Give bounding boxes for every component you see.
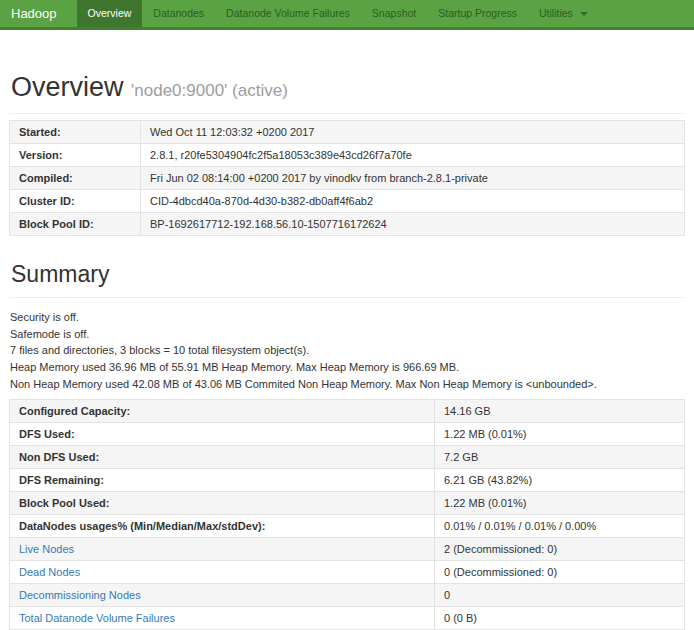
- table-row: Total Datanode Volume Failures 0 (0 B): [10, 607, 685, 630]
- row-label[interactable]: Live Nodes: [19, 543, 74, 555]
- table-row: Block Pool Used: 1.22 MB (0.01%): [10, 492, 685, 515]
- row-value: 7.2 GB: [435, 446, 685, 469]
- nav-item[interactable]: Datanodes: [142, 0, 215, 27]
- nav-item-label: Datanode Volume Failures: [226, 7, 350, 19]
- row-label[interactable]: Decommissioning Nodes: [19, 589, 141, 601]
- main-content: Overview 'node0:9000' (active) Started: …: [0, 72, 694, 630]
- row-label: DFS Used:: [19, 428, 75, 440]
- nav-item[interactable]: Overview: [77, 0, 143, 27]
- row-value: 0 (0 B): [435, 607, 685, 630]
- row-value: 2.8.1, r20fe5304904fc2f5a18053c389e43cd2…: [141, 144, 685, 167]
- row-value: Fri Jun 02 08:14:00 +0200 2017 by vinodk…: [141, 167, 685, 190]
- table-row: DFS Remaining: 6.21 GB (43.82%): [10, 469, 685, 492]
- hadoop-brand[interactable]: Hadoop: [0, 0, 71, 27]
- row-value: 14.16 GB: [435, 400, 685, 423]
- row-value: 2 (Decommissioned: 0): [435, 538, 685, 561]
- table-row: DFS Used: 1.22 MB (0.01%): [10, 423, 685, 446]
- summary-line: Security is off.: [10, 311, 685, 324]
- table-row: Decommissioning Nodes 0: [10, 584, 685, 607]
- overview-heading: Overview: [11, 72, 124, 102]
- row-label: Configured Capacity:: [19, 405, 130, 417]
- table-row: Block Pool ID: BP-1692617712-192.168.56.…: [10, 213, 685, 236]
- row-label: Cluster ID:: [10, 190, 141, 213]
- row-value: CID-4dbcd40a-870d-4d30-b382-db0aff4f6ab2: [141, 190, 685, 213]
- summary-line: Heap Memory used 36.96 MB of 55.91 MB He…: [10, 361, 685, 374]
- row-value: 0: [435, 584, 685, 607]
- table-row: Live Nodes 2 (Decommissioned: 0): [10, 538, 685, 561]
- row-label: Block Pool ID:: [10, 213, 141, 236]
- nav-item-label: Overview: [88, 7, 132, 19]
- nav-item-label: Snapshot: [372, 7, 416, 19]
- namenode-address: 'node0:9000' (active): [131, 81, 288, 100]
- summary-paragraphs: Security is off. Safemode is off. 7 file…: [9, 311, 685, 390]
- row-value: 0 (Decommissioned: 0): [435, 561, 685, 584]
- table-row: Version: 2.8.1, r20fe5304904fc2f5a18053c…: [10, 144, 685, 167]
- nav-item[interactable]: Utilities: [528, 0, 599, 27]
- table-row: Configured Capacity: 14.16 GB: [10, 400, 685, 423]
- page-title: Overview 'node0:9000' (active): [9, 72, 685, 114]
- overview-table: Started: Wed Oct 11 12:03:32 +0200 2017 …: [9, 120, 685, 236]
- nav-item[interactable]: Snapshot: [361, 0, 427, 27]
- summary-title: Summary: [9, 261, 685, 298]
- row-label[interactable]: Total Datanode Volume Failures: [19, 612, 175, 624]
- summary-line: 7 files and directories, 3 blocks = 10 t…: [10, 344, 685, 357]
- nav-menu: Overview Datanodes Datanode Volume Failu…: [77, 0, 599, 27]
- row-label: Started:: [10, 121, 141, 144]
- chevron-down-icon: [580, 12, 588, 16]
- nav-item-label: Startup Progress: [438, 7, 517, 19]
- row-label: Version:: [10, 144, 141, 167]
- table-row: DataNodes usages% (Min/Median/Max/stdDev…: [10, 515, 685, 538]
- table-row: Non DFS Used: 7.2 GB: [10, 446, 685, 469]
- row-value: Wed Oct 11 12:03:32 +0200 2017: [141, 121, 685, 144]
- row-value: 1.22 MB (0.01%): [435, 492, 685, 515]
- row-label: Compiled:: [10, 167, 141, 190]
- row-value: BP-1692617712-192.168.56.10-150771617262…: [141, 213, 685, 236]
- row-label: Block Pool Used:: [19, 497, 109, 509]
- summary-table: Configured Capacity: 14.16 GB DFS Used: …: [9, 399, 685, 630]
- row-value: 1.22 MB (0.01%): [435, 423, 685, 446]
- row-label: DFS Remaining:: [19, 474, 104, 486]
- row-label[interactable]: Dead Nodes: [19, 566, 80, 578]
- summary-line: Safemode is off.: [10, 328, 685, 341]
- nav-item[interactable]: Datanode Volume Failures: [215, 0, 361, 27]
- nav-item[interactable]: Startup Progress: [427, 0, 528, 27]
- row-value: 0.01% / 0.01% / 0.01% / 0.00%: [435, 515, 685, 538]
- nav-item-label: Utilities: [539, 7, 573, 19]
- summary-line: Non Heap Memory used 42.08 MB of 43.06 M…: [10, 378, 685, 391]
- row-label: DataNodes usages% (Min/Median/Max/stdDev…: [19, 520, 265, 532]
- navbar: Hadoop Overview Datanodes Datanode Volum…: [0, 0, 694, 30]
- table-row: Dead Nodes 0 (Decommissioned: 0): [10, 561, 685, 584]
- table-row: Cluster ID: CID-4dbcd40a-870d-4d30-b382-…: [10, 190, 685, 213]
- row-value: 6.21 GB (43.82%): [435, 469, 685, 492]
- nav-item-label: Datanodes: [153, 7, 204, 19]
- table-row: Compiled: Fri Jun 02 08:14:00 +0200 2017…: [10, 167, 685, 190]
- row-label: Non DFS Used:: [19, 451, 99, 463]
- table-row: Started: Wed Oct 11 12:03:32 +0200 2017: [10, 121, 685, 144]
